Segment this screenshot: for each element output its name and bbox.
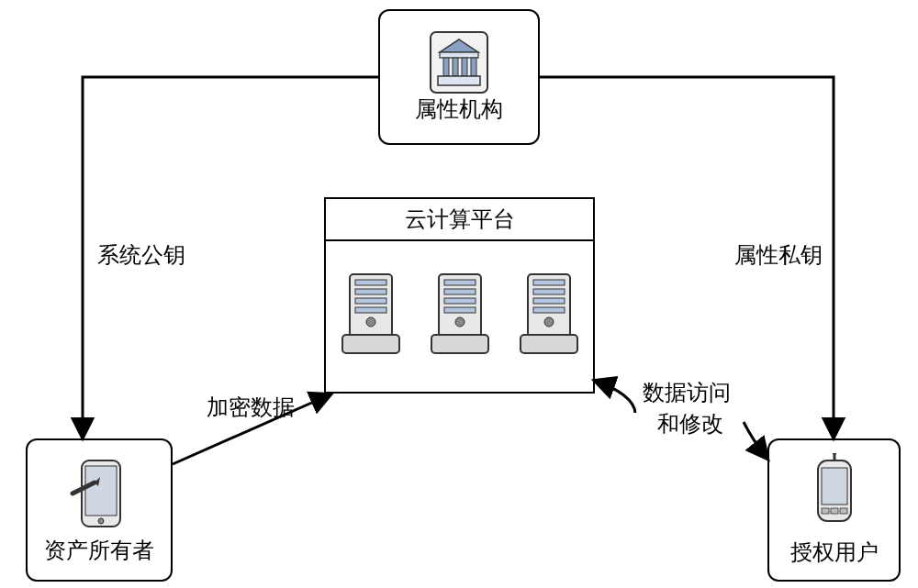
svg-rect-37 — [831, 508, 838, 514]
cloud-servers-row — [326, 241, 593, 388]
svg-rect-35 — [822, 468, 847, 505]
node-cloud: 云计算平台 — [324, 197, 595, 394]
svg-rect-19 — [444, 307, 476, 313]
svg-rect-38 — [840, 508, 847, 514]
edge-label-attribute-privkey: 属性私钥 — [734, 240, 823, 270]
svg-rect-28 — [521, 335, 577, 353]
svg-rect-3 — [443, 58, 449, 76]
svg-rect-30 — [85, 466, 117, 516]
server-icon — [428, 269, 492, 361]
edge-label-data-access-l1: 数据访问 — [643, 378, 731, 407]
svg-rect-17 — [444, 289, 476, 294]
svg-rect-36 — [822, 508, 829, 514]
svg-rect-4 — [453, 58, 458, 76]
edge-label-encrypted-data: 加密数据 — [207, 393, 295, 422]
node-user-label: 授权用户 — [790, 538, 879, 567]
svg-rect-26 — [533, 307, 565, 313]
tablet-pen-icon — [67, 455, 131, 536]
svg-point-31 — [98, 518, 104, 524]
svg-point-20 — [455, 317, 465, 327]
arrow-user-side — [744, 422, 767, 459]
svg-rect-18 — [444, 298, 476, 304]
node-owner-label: 资产所有者 — [44, 536, 154, 565]
svg-rect-25 — [533, 298, 565, 304]
svg-rect-5 — [462, 58, 467, 76]
node-cloud-label: 云计算平台 — [326, 199, 593, 241]
svg-rect-10 — [355, 289, 386, 294]
svg-rect-11 — [355, 298, 386, 304]
server-icon — [517, 269, 581, 361]
node-authority-label: 属性机构 — [415, 94, 503, 124]
svg-rect-16 — [444, 280, 476, 285]
svg-rect-12 — [355, 307, 386, 313]
svg-rect-23 — [533, 280, 565, 285]
courthouse-icon — [429, 30, 489, 94]
node-owner: 资产所有者 — [26, 438, 173, 582]
svg-rect-6 — [471, 58, 476, 76]
svg-rect-2 — [440, 52, 478, 58]
arrow-cloud-side — [595, 381, 635, 413]
svg-point-27 — [544, 317, 554, 327]
server-icon — [339, 269, 403, 361]
svg-rect-14 — [342, 335, 399, 353]
svg-rect-24 — [533, 289, 565, 294]
edge-label-data-access-l2: 和修改 — [657, 409, 723, 438]
node-user: 授权用户 — [767, 438, 901, 582]
svg-rect-9 — [355, 280, 386, 285]
phone-icon — [807, 453, 862, 538]
svg-rect-7 — [438, 76, 480, 85]
svg-rect-21 — [431, 335, 488, 353]
edge-label-system-pubkey: 系统公钥 — [97, 240, 185, 270]
node-authority: 属性机构 — [378, 9, 540, 145]
svg-point-13 — [366, 317, 375, 327]
